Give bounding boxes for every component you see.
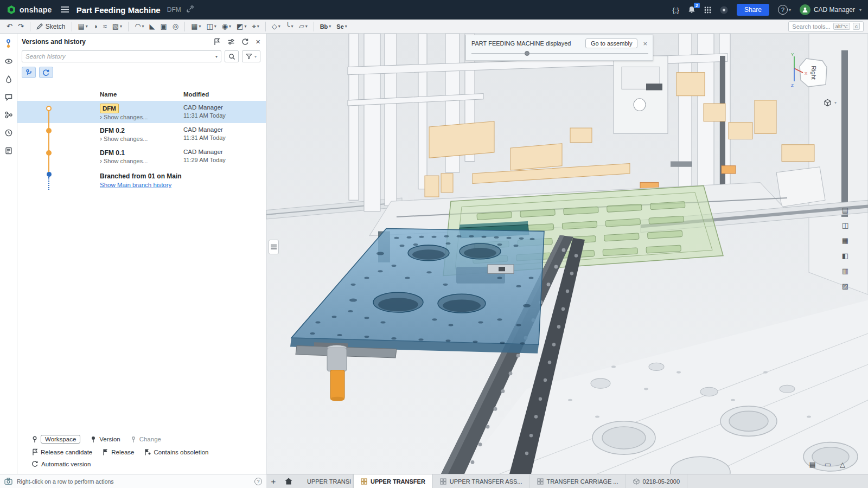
extrude-icon: ▤ [78, 23, 85, 30]
custom-feature-bb-tool[interactable]: Bb▾ [318, 21, 334, 33]
exploded-views-icon[interactable]: ▤ [840, 205, 851, 215]
search-button[interactable] [225, 50, 239, 62]
tab-upper-transfer[interactable]: UPPER TRANSFER [353, 474, 433, 488]
comments-icon[interactable] [3, 92, 14, 102]
filter-auto-versions-toggle[interactable] [39, 67, 53, 78]
custom-feature-se-tool[interactable]: Se▾ [334, 21, 349, 33]
hole-tool[interactable]: ◎ [170, 21, 181, 33]
performance-icon[interactable]: ▭ [825, 460, 831, 468]
panel-title: Versions and history [22, 38, 207, 46]
onshape-logo[interactable]: onshape [7, 5, 52, 15]
filter-workspaces-toggle[interactable] [22, 67, 36, 78]
version-name: DFM 0.2 [100, 127, 125, 134]
tab-0218-05-2000[interactable]: 0218-05-2000 [626, 474, 688, 488]
add-tab-button[interactable]: + [266, 474, 280, 488]
history-panel-handle[interactable] [269, 240, 279, 254]
restore-version-icon[interactable] [241, 38, 249, 46]
version-row-current[interactable]: DFM ›Show changes... CAD Manager 11:31 A… [17, 101, 266, 123]
fillet-tool[interactable]: ◠▾ [132, 21, 146, 33]
help-menu[interactable]: ? ▾ [778, 5, 791, 15]
undo-button[interactable]: ↶ [4, 21, 15, 33]
revolve-tool[interactable]: ◑ [91, 21, 100, 33]
legend-workspace: Workspace [31, 435, 80, 444]
extrude-tool[interactable]: ▤▾ [76, 21, 90, 33]
plane-icon: ▱ [299, 23, 304, 30]
compare-versions-icon[interactable] [227, 38, 235, 46]
row-time: 11:31 AM Today [183, 112, 266, 120]
chamfer-icon: ◣ [149, 23, 155, 30]
follow-mode-icon[interactable] [3, 56, 14, 67]
configurations-icon[interactable]: ▥ [840, 266, 851, 275]
view-options-button[interactable]: ▾ [824, 99, 837, 107]
versions-history-icon[interactable] [3, 38, 14, 49]
plane-tool[interactable]: ▱▾ [297, 21, 310, 33]
transform-icon: ⌖ [252, 23, 256, 30]
automatic-version-icon [31, 460, 39, 467]
learning-center-icon[interactable] [720, 6, 728, 14]
shell-icon: ▣ [160, 23, 167, 30]
screenshot-camera-icon[interactable] [4, 478, 12, 485]
boolean-tool[interactable]: ◉▾ [220, 21, 233, 33]
version-row[interactable]: DFM 0.2 ›Show changes... CAD Manager 11:… [17, 123, 266, 145]
app-store-grid-icon[interactable] [704, 7, 711, 14]
status-help-icon[interactable]: ? [254, 478, 262, 485]
3d-scene-canvas[interactable] [266, 34, 868, 474]
appearance-icon[interactable] [3, 74, 14, 85]
redo-button[interactable]: ↷ [16, 21, 26, 33]
redo-icon: ↷ [18, 23, 24, 30]
main-menu-icon[interactable] [61, 5, 69, 15]
row-author: CAD Manager [183, 125, 266, 134]
tab-transfer-carriage[interactable]: TRANSFER CARRIAGE ... [530, 474, 626, 488]
show-changes-link[interactable]: ›Show changes... [100, 135, 183, 143]
overlay-opacity-slider[interactable] [471, 53, 648, 54]
mirror-icon: ◫ [206, 23, 213, 30]
sweep-tool[interactable]: ≈ [101, 21, 109, 33]
scale-icon[interactable]: △ [840, 460, 845, 468]
history-clock-icon[interactable] [3, 127, 14, 138]
show-changes-link[interactable]: ›Show changes... [100, 113, 183, 121]
close-notice-icon[interactable]: × [642, 40, 648, 48]
sketch-button[interactable]: Sketch [34, 21, 68, 33]
3d-viewport[interactable]: PART FEEDING MACHINE displayed Go to ass… [266, 34, 868, 474]
display-states-icon[interactable]: ▦ [840, 235, 851, 245]
shell-tool[interactable]: ▣ [158, 21, 169, 33]
version-row[interactable]: DFM 0.1 ›Show changes... CAD Manager 11:… [17, 145, 266, 168]
share-link-icon[interactable] [187, 5, 194, 15]
create-version-icon[interactable] [213, 38, 221, 46]
split-tool[interactable]: ◩▾ [234, 21, 248, 33]
pattern-tool[interactable]: ▦▾ [189, 21, 203, 33]
print-icon[interactable]: ▤ [809, 460, 815, 468]
surface-tool[interactable]: ◇▾ [270, 21, 283, 33]
go-to-assembly-button[interactable]: Go to assembly [585, 38, 637, 48]
named-positions-icon[interactable]: ◫ [840, 220, 851, 230]
share-button[interactable]: Share [737, 4, 769, 16]
custom-tables-icon[interactable]: ▨ [840, 281, 851, 291]
home-tab-button[interactable] [280, 474, 297, 488]
search-tools-input[interactable]: Search tools... alt/⌥ c [788, 21, 864, 32]
show-changes-link[interactable]: ›Show changes... [100, 157, 183, 165]
tab-upper-transfer-ass[interactable]: UPPER TRANSFER ASS... [433, 474, 530, 488]
workspace-name-badge: DFM [100, 104, 119, 113]
view-cube[interactable]: Right Y X Z [789, 51, 832, 101]
notes-icon[interactable] [3, 145, 14, 156]
close-panel-icon[interactable]: × [256, 37, 260, 46]
chamfer-tool[interactable]: ◣ [147, 21, 157, 33]
curve-tool[interactable]: ╰▾ [284, 21, 296, 33]
featurescript-icon[interactable]: {;} [673, 6, 679, 14]
notifications-bell-icon[interactable]: 2 [688, 6, 695, 14]
collaboration-icon[interactable] [3, 110, 14, 120]
user-menu[interactable]: CAD Manager ▾ [800, 4, 861, 15]
tab-upper-transi[interactable]: UPPER TRANSI [297, 474, 353, 488]
search-history-input[interactable]: Search history ▾ [22, 50, 221, 62]
toolbar-divider [265, 22, 266, 31]
appearances-panel-icon[interactable]: ◧ [840, 251, 851, 260]
slider-knob[interactable] [525, 51, 529, 56]
filter-funnel-icon [246, 53, 252, 60]
mirror-tool[interactable]: ◫▾ [204, 21, 218, 33]
transform-tool[interactable]: ⌖▾ [250, 21, 261, 33]
branch-origin-row[interactable]: Branched from 01 on Main Show Main branc… [17, 168, 266, 192]
loft-tool[interactable]: ▧▾ [110, 21, 124, 33]
release-candidate-flag-icon [31, 448, 38, 455]
show-main-branch-link[interactable]: Show Main branch history [100, 181, 266, 190]
filter-button[interactable]: ▾ [242, 50, 260, 62]
